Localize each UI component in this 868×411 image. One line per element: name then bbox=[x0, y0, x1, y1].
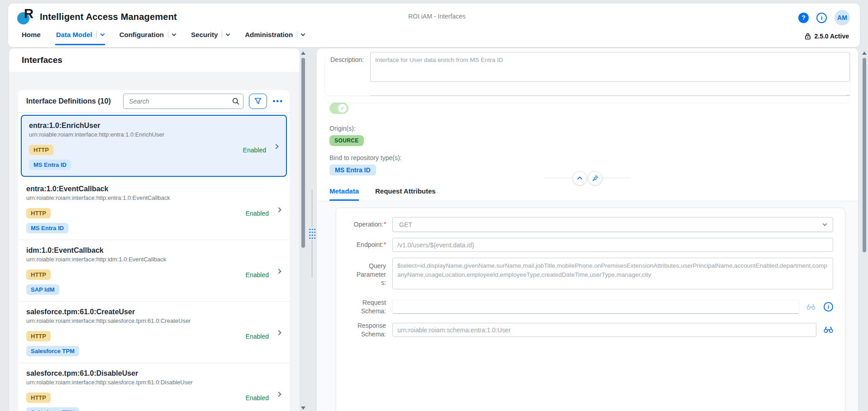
endpoint-input[interactable] bbox=[392, 238, 833, 252]
nav-item-home[interactable]: Home bbox=[21, 31, 42, 45]
repo-type-badge: MS Entra ID bbox=[329, 165, 376, 175]
chevron-right-icon[interactable] bbox=[276, 330, 281, 335]
request-schema-input[interactable] bbox=[392, 300, 799, 314]
list-header: Interface Definitions (10) bbox=[26, 97, 111, 105]
detail-panel: EnrichUser Schema ID: urn:roiable:roiam:… bbox=[317, 48, 858, 411]
interface-urn: urn:roiable:roiam:interface:http:entra:1… bbox=[26, 194, 282, 201]
schema-info-icon[interactable]: i bbox=[824, 302, 833, 312]
help-icon[interactable]: ? bbox=[798, 13, 809, 23]
interface-urn: urn:roiable:roiam:interface:http:salesfo… bbox=[26, 379, 282, 386]
chevron-right-icon[interactable] bbox=[273, 144, 278, 149]
nav-item-data-model[interactable]: Data Model bbox=[55, 31, 105, 45]
value-help-binoculars-icon[interactable] bbox=[806, 304, 816, 310]
list-item-eventcallback-entra[interactable]: entra:1.0:EventCallback urn:roiable:roia… bbox=[18, 179, 290, 240]
filter-button[interactable] bbox=[249, 94, 267, 109]
response-schema-label: Response Schema: bbox=[347, 321, 386, 339]
interface-urn: urn:roiable:roiam:interface:http:entra:1… bbox=[29, 131, 280, 138]
interface-name: entra:1.0:EventCallback bbox=[26, 185, 282, 193]
origin-badge: SOURCE bbox=[329, 135, 364, 146]
protocol-badge: HTTP bbox=[26, 331, 51, 341]
chevron-down-icon bbox=[226, 32, 230, 36]
page-scrollbar-thumb[interactable] bbox=[863, 58, 866, 252]
lock-icon bbox=[805, 33, 811, 40]
list-item-eventcallback-idm[interactable]: idm:1.0:EventCallback urn:roiable:roiam:… bbox=[18, 240, 290, 302]
repo-tag-badge: Salesforce TPM bbox=[26, 407, 79, 411]
operation-label: Operation:* bbox=[347, 220, 386, 229]
nav-divider bbox=[222, 31, 222, 38]
repo-tag-badge: SAP IdM bbox=[26, 284, 59, 295]
splitter-line bbox=[312, 190, 312, 227]
chevron-down-icon bbox=[172, 32, 176, 36]
interface-list-card: Interface Definitions (10) ••• entra:1.0… bbox=[18, 90, 290, 411]
chevron-right-icon[interactable] bbox=[276, 392, 281, 397]
collapse-header-button[interactable] bbox=[572, 171, 587, 185]
chevron-right-icon[interactable] bbox=[276, 269, 281, 274]
chevron-down-icon bbox=[100, 32, 105, 36]
splitter-handle[interactable] bbox=[308, 227, 315, 239]
chevron-down-icon bbox=[823, 222, 827, 226]
interface-urn: urn:roiable:roiam:interface:http:salesfo… bbox=[26, 317, 282, 324]
logo-r-glyph: R bbox=[24, 7, 33, 20]
check-icon: ✓ bbox=[338, 104, 347, 113]
value-help-binoculars-icon[interactable] bbox=[824, 326, 833, 333]
search-input[interactable] bbox=[129, 98, 232, 105]
operation-select[interactable]: GET bbox=[392, 217, 833, 232]
protocol-badge: HTTP bbox=[29, 145, 53, 155]
interface-name: entra:1.0:EnrichUser bbox=[29, 122, 280, 130]
interface-name: idm:1.0:EventCallback bbox=[26, 246, 282, 255]
interfaces-panel: Interfaces Interface Definitions (10) ••… bbox=[9, 48, 300, 411]
nav-item-security[interactable]: Security bbox=[190, 31, 230, 45]
info-icon[interactable]: i bbox=[816, 13, 827, 23]
query-parameters-textarea[interactable]: $select=id,displayName,givenName,surName… bbox=[392, 258, 833, 289]
required-marker: * bbox=[384, 241, 386, 248]
collapse-divider bbox=[544, 178, 630, 178]
main-nav: Home Data Model Configuration Security A… bbox=[8, 25, 860, 45]
page-title: Interfaces bbox=[22, 55, 62, 65]
scroll-up-arrow[interactable] bbox=[301, 52, 305, 55]
status-text: Enabled bbox=[246, 210, 269, 217]
list-item-enrichuser[interactable]: entra:1.0:EnrichUser urn:roiable:roiam:i… bbox=[21, 115, 287, 177]
avatar[interactable]: AM bbox=[835, 10, 850, 25]
list-item-disableuser[interactable]: salesforce.tpm:61.0:DisableUser urn:roia… bbox=[18, 363, 290, 411]
endpoint-label: Endpoint:* bbox=[347, 241, 386, 249]
search-box bbox=[123, 94, 243, 109]
nav-item-configuration[interactable]: Configuration bbox=[119, 31, 176, 45]
splitter-line bbox=[312, 240, 312, 278]
left-scrollbar bbox=[300, 50, 306, 411]
repo-tag-badge: Salesforce TPM bbox=[26, 346, 79, 356]
overflow-menu-button[interactable]: ••• bbox=[272, 97, 283, 106]
status-text: Enabled bbox=[243, 146, 266, 154]
metadata-form: Operation:* GET Endpoint:* Query Paramet… bbox=[336, 208, 845, 411]
response-schema-input[interactable] bbox=[392, 323, 816, 337]
version-status[interactable]: 2.5.0 Active bbox=[805, 33, 849, 45]
repo-tag-badge: MS Entra ID bbox=[29, 160, 71, 170]
scroll-down-arrow[interactable] bbox=[301, 406, 305, 410]
pin-icon bbox=[592, 175, 598, 181]
request-schema-label: Request Schema: bbox=[347, 298, 386, 316]
required-marker: * bbox=[384, 221, 386, 227]
status-text: Enabled bbox=[246, 333, 269, 340]
scroll-up-arrow[interactable] bbox=[862, 52, 867, 55]
search-icon[interactable] bbox=[232, 98, 239, 105]
interface-urn: urn:roiable:roiam:interface:http:idm:1.0… bbox=[26, 256, 282, 263]
nav-divider bbox=[297, 31, 297, 38]
repo-tag-badge: MS Entra ID bbox=[26, 223, 68, 233]
app-title: Intelligent Access Management bbox=[40, 12, 177, 22]
status-text: Enabled bbox=[246, 394, 269, 402]
pin-header-button[interactable] bbox=[588, 171, 602, 185]
status-text: Enabled bbox=[246, 271, 269, 279]
tab-metadata[interactable]: Metadata bbox=[329, 187, 359, 201]
context-title: ROI iAM - Interfaces bbox=[408, 13, 466, 20]
chevron-down-icon bbox=[301, 32, 305, 36]
chevron-up-icon bbox=[577, 176, 582, 180]
page-scrollbar bbox=[862, 50, 867, 411]
list-item-createuser[interactable]: salesforce.tpm:61.0:CreateUser urn:roiab… bbox=[18, 302, 290, 363]
protocol-badge: HTTP bbox=[26, 208, 51, 218]
tab-request-attributes[interactable]: Request Attributes bbox=[375, 187, 436, 201]
active-toggle[interactable]: ✓ bbox=[329, 103, 348, 114]
left-scrollbar-thumb[interactable] bbox=[301, 58, 305, 248]
nav-item-administration[interactable]: Administration bbox=[244, 31, 305, 45]
chevron-right-icon[interactable] bbox=[276, 207, 281, 212]
protocol-badge: HTTP bbox=[26, 269, 51, 280]
filter-icon bbox=[254, 98, 262, 104]
